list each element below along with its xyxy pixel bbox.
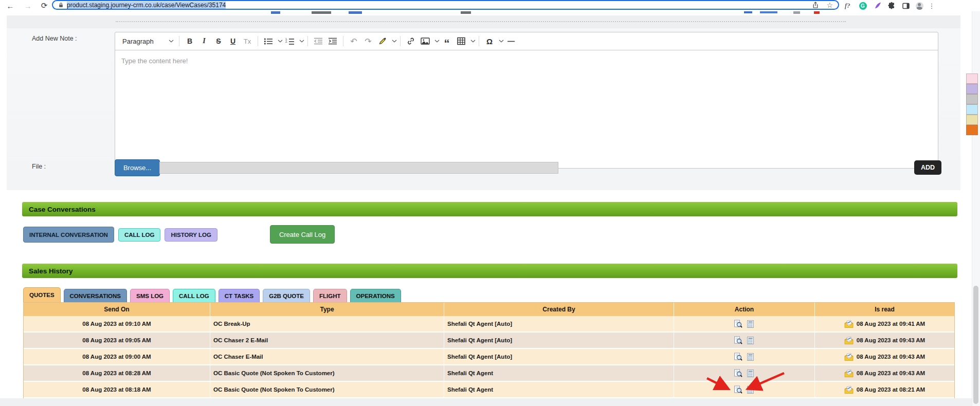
numbered-list-icon[interactable]: 1.2. bbox=[284, 34, 296, 48]
forward-icon[interactable]: → bbox=[22, 0, 34, 11]
send-on-cell: 08 Aug 2023 at 08:18 AM bbox=[24, 382, 210, 398]
grammarly-extension-icon[interactable]: G bbox=[858, 0, 868, 11]
side-panel-icon[interactable] bbox=[901, 0, 911, 11]
back-icon[interactable]: ← bbox=[4, 0, 16, 11]
call-log-button[interactable]: CALL LOG bbox=[118, 228, 161, 242]
url-text: product.staging.journey-crm.co.uk/case/V… bbox=[67, 2, 226, 9]
redo-icon[interactable]: ↷ bbox=[362, 34, 374, 48]
tab-operations[interactable]: OPERATIONS bbox=[350, 289, 401, 302]
details-icon[interactable] bbox=[746, 385, 755, 394]
send-on-cell: 08 Aug 2023 at 09:05 AM bbox=[24, 333, 210, 349]
palette-swatch[interactable] bbox=[966, 73, 978, 84]
file-input-bar[interactable] bbox=[159, 162, 558, 174]
history-log-button[interactable]: HISTORY LOG bbox=[165, 228, 217, 242]
column-header: Send On bbox=[24, 303, 210, 316]
outdent-icon[interactable] bbox=[312, 34, 324, 48]
section-title: Sales History bbox=[29, 267, 73, 275]
undo-icon[interactable]: ↶ bbox=[348, 34, 360, 48]
column-header: Type bbox=[210, 303, 444, 316]
chevron-down-icon[interactable] bbox=[499, 40, 504, 43]
palette-swatch[interactable] bbox=[966, 125, 978, 135]
bookmark-star-icon[interactable]: ☆ bbox=[826, 1, 833, 9]
action-cell bbox=[674, 382, 815, 398]
is-read-date: 08 Aug 2023 at 09:41 AM bbox=[857, 321, 925, 327]
palette-swatch[interactable] bbox=[966, 84, 978, 94]
send-on-cell: 08 Aug 2023 at 09:10 AM bbox=[24, 316, 210, 333]
is-read-date: 08 Aug 2023 at 08:21 AM bbox=[857, 386, 925, 393]
preview-icon[interactable] bbox=[734, 319, 743, 328]
italic-icon[interactable]: I bbox=[198, 34, 210, 48]
tab-g2b-quote[interactable]: G2B QUOTE bbox=[263, 289, 310, 302]
chevron-down-icon[interactable] bbox=[434, 40, 440, 43]
toolbar-separator bbox=[400, 36, 401, 46]
lock-icon bbox=[58, 2, 64, 8]
browse-button[interactable]: Browse... bbox=[115, 159, 160, 176]
insert-table-icon[interactable] bbox=[455, 34, 467, 48]
palette-swatch[interactable] bbox=[966, 104, 978, 115]
highlight-marker-icon[interactable] bbox=[376, 34, 389, 48]
editor-placeholder: Type the content here! bbox=[121, 57, 188, 65]
chevron-down-icon bbox=[169, 40, 174, 43]
type-cell: OC Basic Quote (Not Spoken To Customer) bbox=[210, 382, 444, 398]
bold-icon[interactable]: B bbox=[184, 34, 196, 48]
is-read-date: 08 Aug 2023 at 09:43 AM bbox=[857, 354, 925, 360]
details-icon[interactable] bbox=[746, 319, 755, 328]
action-cell bbox=[674, 365, 815, 382]
email-read-icon bbox=[844, 370, 854, 377]
reload-icon[interactable]: ⟳ bbox=[38, 0, 50, 11]
preview-icon[interactable] bbox=[734, 385, 743, 394]
chevron-down-icon[interactable] bbox=[470, 40, 476, 43]
palette-swatch[interactable] bbox=[966, 94, 978, 104]
create-call-log-button[interactable]: Create Call Log bbox=[270, 225, 335, 244]
is-read-cell: 08 Aug 2023 at 09:41 AM bbox=[815, 316, 954, 333]
browser-menu-icon[interactable]: ⋮ bbox=[928, 0, 936, 11]
note-content-area[interactable]: Type the content here! bbox=[115, 50, 938, 168]
indent-icon[interactable] bbox=[326, 34, 339, 48]
scrollbar-thumb[interactable] bbox=[973, 286, 978, 404]
fonts-extension-icon[interactable]: f? bbox=[842, 0, 852, 11]
table-row: 08 Aug 2023 at 08:28 AM OC Basic Quote (… bbox=[24, 365, 954, 382]
details-icon[interactable] bbox=[746, 336, 755, 345]
block-quote-icon[interactable]: “ bbox=[441, 32, 453, 50]
type-cell: OC Basic Quote (Not Spoken To Customer) bbox=[210, 365, 444, 382]
chevron-down-icon[interactable] bbox=[278, 40, 283, 43]
palette-swatch[interactable] bbox=[966, 115, 978, 125]
preview-icon[interactable] bbox=[734, 336, 743, 345]
preview-icon[interactable] bbox=[734, 352, 743, 361]
add-button[interactable]: ADD bbox=[914, 160, 941, 175]
chevron-down-icon[interactable] bbox=[299, 40, 304, 43]
url-bar[interactable]: product.staging.journey-crm.co.uk/case/V… bbox=[52, 0, 839, 10]
svg-text:2.: 2. bbox=[285, 40, 288, 43]
strikethrough-icon[interactable]: S bbox=[212, 34, 225, 48]
is-read-date: 08 Aug 2023 at 09:43 AM bbox=[857, 370, 925, 376]
horizontal-line-icon[interactable]: — bbox=[505, 34, 517, 48]
link-icon[interactable] bbox=[405, 34, 417, 48]
internal-conversation-button[interactable]: INTERNAL CONVERSATION bbox=[23, 227, 114, 243]
tab-sms-log[interactable]: SMS LOG bbox=[130, 289, 170, 302]
profile-avatar[interactable] bbox=[914, 0, 924, 11]
insert-image-icon[interactable] bbox=[419, 34, 431, 48]
underline-icon[interactable]: U bbox=[227, 34, 239, 48]
paragraph-dropdown[interactable]: Paragraph bbox=[120, 34, 176, 48]
toolbar-separator bbox=[307, 36, 308, 46]
table-row-highlighted: 08 Aug 2023 at 08:18 AM OC Basic Quote (… bbox=[24, 382, 954, 398]
quill-extension-icon[interactable] bbox=[873, 0, 883, 11]
special-characters-icon[interactable]: Ω bbox=[483, 34, 496, 48]
tab-flight[interactable]: FLIGHT bbox=[313, 289, 347, 302]
tab-quotes[interactable]: QUOTES bbox=[23, 287, 61, 302]
file-label: File : bbox=[32, 163, 46, 170]
tab-conversations[interactable]: CONVERSATIONS bbox=[64, 289, 127, 302]
email-read-icon bbox=[844, 353, 854, 361]
share-icon[interactable] bbox=[812, 2, 819, 9]
preview-icon[interactable] bbox=[734, 368, 743, 378]
tab-call-log[interactable]: CALL LOG bbox=[173, 289, 215, 302]
tab-ct-tasks[interactable]: CT TASKS bbox=[219, 289, 260, 302]
chevron-down-icon[interactable] bbox=[392, 40, 397, 43]
bulleted-list-icon[interactable] bbox=[262, 34, 275, 48]
extensions-puzzle-icon[interactable] bbox=[886, 0, 897, 11]
details-icon[interactable] bbox=[746, 368, 755, 378]
details-icon[interactable] bbox=[746, 352, 755, 361]
toolbar-separator bbox=[179, 36, 179, 46]
remove-format-icon[interactable]: Tx bbox=[241, 34, 253, 48]
color-palette-widget bbox=[966, 73, 978, 135]
